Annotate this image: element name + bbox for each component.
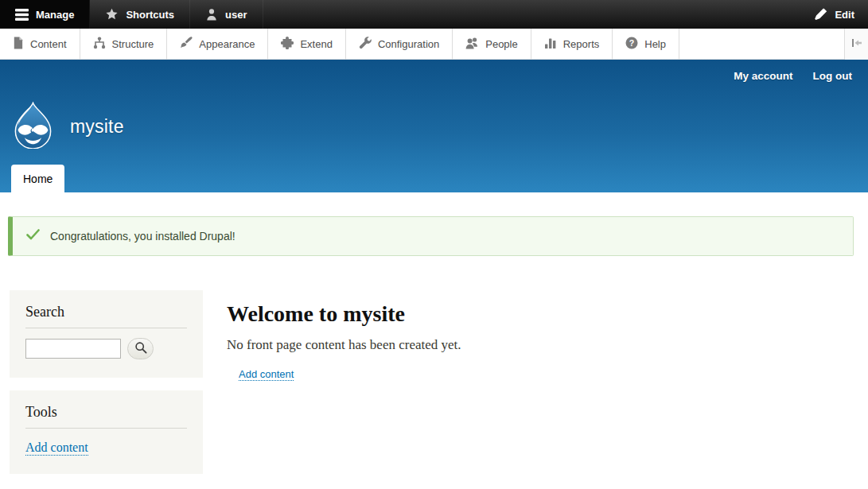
- sitemap-icon: [93, 37, 106, 52]
- drupal-logo[interactable]: [10, 102, 56, 152]
- tray-item-label: Extend: [300, 38, 332, 50]
- tray-item-configuration[interactable]: Configuration: [346, 29, 453, 60]
- admin-toolbar-right: Edit: [801, 0, 868, 29]
- site-name[interactable]: mysite: [70, 116, 124, 138]
- edit-button-label: Edit: [835, 9, 854, 21]
- paintbrush-icon: [180, 37, 193, 52]
- tray-item-help[interactable]: ? Help: [613, 29, 679, 60]
- tray-item-content[interactable]: Content: [0, 29, 80, 60]
- tray-item-label: Help: [644, 38, 666, 50]
- user-tab[interactable]: user: [190, 0, 263, 29]
- my-account-link[interactable]: My account: [734, 70, 792, 82]
- search-block-title: Search: [25, 304, 187, 328]
- log-out-link[interactable]: Log out: [813, 70, 852, 82]
- page-layout: Search Tools Add content Welcome to mysi…: [0, 290, 868, 487]
- tab-home[interactable]: Home: [11, 165, 64, 192]
- shortcuts-tab-label: Shortcuts: [126, 9, 174, 21]
- vertical-orientation-icon: [850, 37, 862, 51]
- status-message: Congratulations, you installed Drupal!: [8, 216, 854, 256]
- search-input[interactable]: [25, 339, 121, 359]
- primary-tabs: Home: [11, 165, 64, 192]
- tray-item-people[interactable]: People: [453, 29, 531, 60]
- tools-add-content-link[interactable]: Add content: [25, 440, 88, 456]
- tray-item-reports[interactable]: Reports: [531, 29, 613, 60]
- tray-item-label: People: [485, 38, 517, 50]
- hamburger-icon: [15, 9, 29, 21]
- secondary-menu: My account Log out: [734, 70, 852, 82]
- checkmark-icon: [26, 229, 40, 243]
- svg-text:?: ?: [629, 38, 634, 48]
- people-icon: [465, 37, 479, 52]
- user-tab-label: user: [225, 9, 247, 21]
- tools-block: Tools Add content: [10, 390, 203, 474]
- tray-item-appearance[interactable]: Appearance: [167, 29, 268, 60]
- empty-frontpage-text: No front page content has been created y…: [227, 337, 461, 353]
- document-icon: [12, 37, 24, 52]
- admin-toolbar-bar: Manage Shortcuts user Edit: [0, 0, 868, 29]
- wrench-icon: [359, 37, 372, 52]
- site-branding: mysite: [10, 102, 124, 152]
- search-form: [25, 338, 187, 359]
- tray-item-label: Content: [30, 38, 67, 50]
- site-header: My account Log out mysite Home: [0, 60, 868, 192]
- search-submit-button[interactable]: [127, 338, 154, 359]
- search-icon: [134, 341, 147, 356]
- sidebar: Search Tools Add content: [10, 290, 203, 487]
- person-icon: [205, 8, 218, 21]
- toolbar-orientation-toggle[interactable]: [844, 29, 868, 60]
- admin-toolbar-left: Manage Shortcuts user: [0, 0, 263, 29]
- question-icon: ?: [625, 37, 638, 52]
- tray-item-structure[interactable]: Structure: [80, 29, 168, 60]
- edit-button[interactable]: Edit: [801, 0, 868, 29]
- add-content-link[interactable]: Add content: [239, 368, 294, 381]
- main-content: Welcome to mysite No front page content …: [227, 290, 461, 487]
- admin-toolbar-tray: Content Structure Appearance Extend Conf…: [0, 29, 868, 60]
- tray-item-extend[interactable]: Extend: [268, 29, 345, 60]
- page-title: Welcome to mysite: [227, 301, 461, 327]
- tray-item-label: Structure: [112, 38, 154, 50]
- tray-item-label: Reports: [563, 38, 600, 50]
- bar-chart-icon: [544, 37, 557, 52]
- shortcuts-tab[interactable]: Shortcuts: [90, 0, 190, 29]
- manage-tab[interactable]: Manage: [0, 0, 90, 29]
- tools-block-title: Tools: [25, 404, 187, 429]
- search-block: Search: [10, 290, 203, 378]
- main-area: Congratulations, you installed Drupal! S…: [0, 216, 868, 487]
- puzzle-icon: [281, 37, 294, 52]
- pencil-icon: [815, 8, 827, 21]
- tray-item-label: Configuration: [378, 38, 439, 50]
- star-icon: [105, 8, 119, 21]
- tray-spacer: [679, 29, 844, 60]
- tray-item-label: Appearance: [199, 38, 255, 50]
- status-message-text: Congratulations, you installed Drupal!: [50, 230, 235, 243]
- manage-tab-label: Manage: [36, 9, 74, 21]
